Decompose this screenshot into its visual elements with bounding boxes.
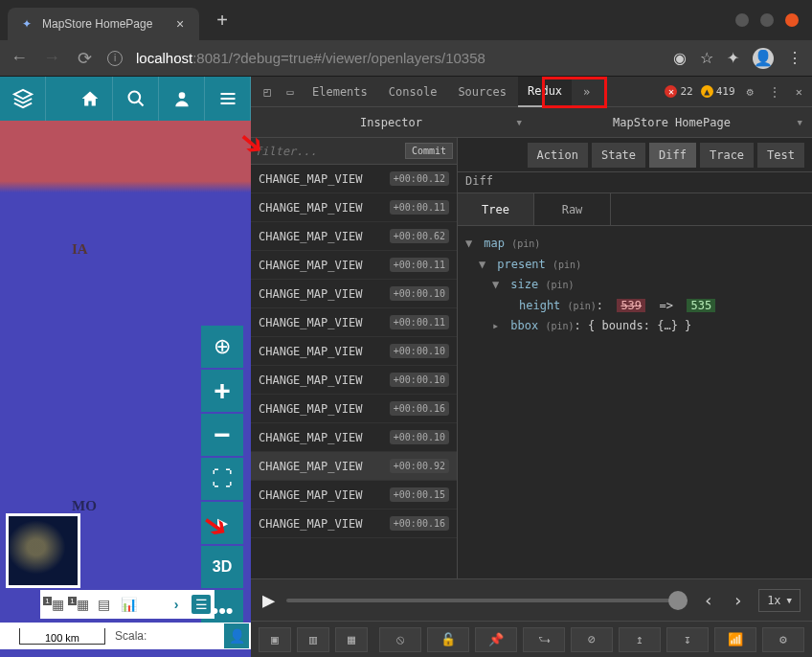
mode-trace[interactable]: Trace [700, 143, 754, 168]
layers-button[interactable] [0, 77, 46, 121]
eye-icon[interactable]: ◉ [673, 49, 687, 67]
commit-button[interactable]: Commit [405, 143, 453, 159]
profile-icon[interactable]: 👤 [753, 48, 774, 69]
zoom-out-button[interactable]: − [201, 414, 243, 456]
mode-diff[interactable]: Diff [649, 143, 696, 168]
action-row[interactable]: CHANGE_MAP_VIEW+00:00.92 [251, 452, 457, 481]
device-toggle-icon[interactable]: ▭ [280, 81, 301, 102]
action-row[interactable]: CHANGE_MAP_VIEW+00:00.16 [251, 395, 457, 423]
action-row[interactable]: CHANGE_MAP_VIEW+00:00.62 [251, 222, 457, 251]
dock-pause-icon[interactable]: ⦸ [379, 627, 421, 652]
speed-dropdown[interactable]: 1x▼ [758, 589, 801, 612]
action-row[interactable]: CHANGE_MAP_VIEW+00:00.10 [251, 423, 457, 452]
reload-button[interactable]: ⟳ [75, 48, 94, 69]
tab-console[interactable]: Console [379, 78, 447, 106]
time-slider[interactable] [286, 599, 688, 602]
action-row[interactable]: CHANGE_MAP_VIEW+00:00.16 [251, 510, 457, 538]
tab-sources[interactable]: Sources [448, 78, 516, 106]
inspect-element-icon[interactable]: ◰ [257, 81, 278, 102]
dock-export-icon[interactable]: ↧ [666, 627, 709, 652]
forward-button[interactable]: → [42, 48, 61, 68]
dock-remote-icon[interactable]: 📶 [714, 627, 756, 652]
list-icon[interactable]: ☰ [192, 595, 211, 614]
kebab-icon[interactable]: ⋮ [765, 85, 784, 99]
minimize-button[interactable] [735, 13, 749, 27]
user-button[interactable] [159, 77, 205, 121]
action-time: +00:00.10 [390, 344, 449, 358]
grid2-icon[interactable]: 1▦ [69, 595, 88, 614]
back-button[interactable]: ← [10, 48, 29, 68]
tab-more[interactable]: » [574, 78, 599, 106]
overview-map[interactable] [6, 513, 80, 588]
locate-button[interactable]: ⊕ [201, 326, 243, 368]
home-button[interactable] [67, 77, 113, 121]
diff-tree[interactable]: ▼ map (pin) ▼ present (pin) ▼ size (pin)… [458, 226, 812, 345]
search-button[interactable] [113, 77, 159, 121]
dock-lock-icon[interactable]: 🔓 [427, 627, 469, 652]
svg-point-3 [178, 92, 185, 99]
dock-layout3-icon[interactable]: ▦ [335, 627, 368, 652]
play-button[interactable]: ▶ [262, 588, 275, 612]
chevron-right-icon[interactable]: › [167, 595, 186, 614]
tab-elements[interactable]: Elements [303, 78, 377, 106]
step-back-button[interactable]: ‹ [699, 590, 717, 610]
site-info-icon[interactable]: i [107, 51, 123, 66]
action-list[interactable]: CHANGE_MAP_VIEW+00:00.12CHANGE_MAP_VIEW+… [251, 165, 457, 578]
step-forward-button[interactable]: › [729, 590, 747, 610]
grid1-icon[interactable]: 1▦ [44, 595, 63, 614]
warning-count[interactable]: ▲419 [701, 85, 735, 98]
inspector-dropdown[interactable]: Inspector▼ [251, 107, 531, 137]
zoom-in-button[interactable]: + [201, 370, 243, 412]
dock-persist-icon[interactable]: 📌 [475, 627, 517, 652]
browser-tab[interactable]: ✦ MapStore HomePage × [8, 8, 199, 40]
action-name: CHANGE_MAP_VIEW [259, 460, 382, 473]
dock-import-icon[interactable]: ↥ [619, 627, 661, 652]
extent-button[interactable]: ▸ [201, 502, 243, 544]
action-row[interactable]: CHANGE_MAP_VIEW+00:00.10 [251, 366, 457, 395]
error-count[interactable]: ✕22 [665, 85, 692, 98]
instance-dropdown[interactable]: MapStore HomePage▼ [531, 107, 812, 137]
gear-icon[interactable]: ⚙ [743, 85, 757, 99]
mode-action[interactable]: Action [528, 143, 588, 168]
view-tree[interactable]: Tree [458, 193, 534, 225]
action-row[interactable]: CHANGE_MAP_VIEW+00:00.12 [251, 165, 457, 193]
action-row[interactable]: CHANGE_MAP_VIEW+00:00.10 [251, 337, 457, 366]
action-time: +00:00.12 [390, 171, 449, 186]
dock-layout1-icon[interactable]: ▣ [259, 627, 291, 652]
dock-layout2-icon[interactable]: ▥ [297, 627, 329, 652]
action-row[interactable]: CHANGE_MAP_VIEW+00:00.15 [251, 481, 457, 510]
title-bar: ✦ MapStore HomePage × + [0, 0, 812, 40]
diff-arrow: => [660, 299, 673, 312]
menu-icon[interactable]: ⋮ [787, 49, 802, 67]
star-icon[interactable]: ☆ [700, 49, 713, 67]
action-time: +00:00.10 [390, 286, 449, 301]
mode-state[interactable]: State [592, 143, 645, 168]
map-viewport[interactable]: IA MO ⊕ + − ⛶ ▸ 3D ••• 1▦ 1▦ ▤ 📊 › ☰ [0, 77, 251, 657]
fullscreen-button[interactable]: ⛶ [201, 458, 243, 500]
dock-settings-icon[interactable]: ⚙ [762, 627, 804, 652]
pin-label: (pin) [545, 280, 574, 290]
close-devtools-icon[interactable]: ✕ [792, 85, 806, 99]
filter-input[interactable] [255, 145, 401, 158]
dock-dispatch-icon[interactable]: ⮑ [523, 627, 565, 652]
dock-slider-icon[interactable]: ⊘ [571, 627, 613, 652]
close-window-button[interactable] [785, 13, 799, 27]
extensions-icon[interactable]: ✦ [727, 49, 739, 67]
new-tab-button[interactable]: + [209, 10, 236, 32]
action-row[interactable]: CHANGE_MAP_VIEW+00:00.10 [251, 280, 457, 308]
action-row[interactable]: CHANGE_MAP_VIEW+00:00.11 [251, 308, 457, 337]
mode-test[interactable]: Test [757, 143, 804, 168]
chart2-icon[interactable]: 📊 [119, 595, 138, 614]
slider-knob[interactable] [668, 591, 688, 610]
scale-user-icon[interactable]: 👤 [224, 623, 249, 648]
view-raw[interactable]: Raw [534, 193, 611, 225]
chart1-icon[interactable]: ▤ [94, 595, 113, 614]
close-icon[interactable]: × [172, 16, 188, 32]
maximize-button[interactable] [760, 13, 774, 27]
tab-redux[interactable]: Redux [518, 77, 572, 107]
burger-menu-button[interactable] [205, 77, 251, 121]
action-row[interactable]: CHANGE_MAP_VIEW+00:00.11 [251, 193, 457, 222]
url-text[interactable]: localhost:8081/?debug=true#/viewer/openl… [136, 50, 485, 66]
3d-button[interactable]: 3D [201, 546, 243, 588]
action-row[interactable]: CHANGE_MAP_VIEW+00:00.11 [251, 251, 457, 280]
